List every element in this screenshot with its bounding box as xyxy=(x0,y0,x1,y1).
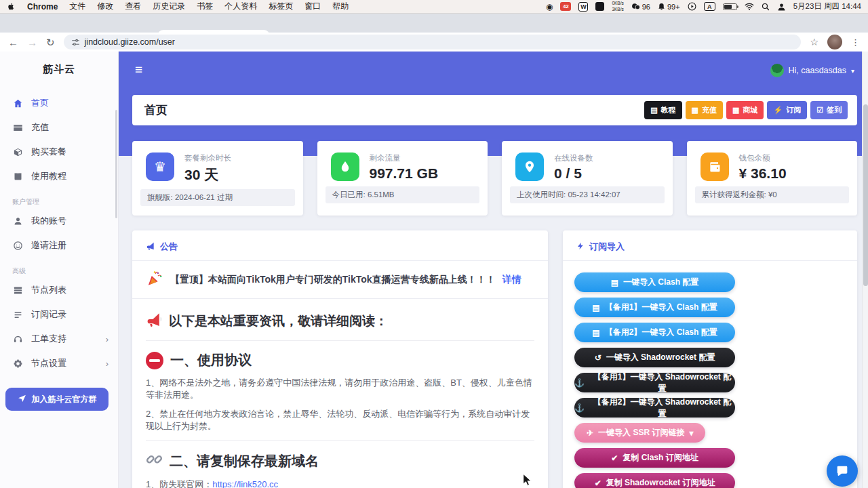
menubar-item-history[interactable]: 历史记录 xyxy=(153,1,185,12)
stat-label: 钱包余额 xyxy=(739,153,787,163)
shop-button[interactable]: ▦商城 xyxy=(726,101,764,119)
menubar-item-help[interactable]: 帮助 xyxy=(332,1,349,12)
spotlight-search-icon[interactable] xyxy=(762,3,770,11)
sidebar-item-label: 节点设置 xyxy=(31,357,66,369)
page-toolbar: 首页 ▤教程 ▦充值 ▦商城 ⚡订阅 ☑签到 xyxy=(132,95,857,125)
wallet-icon xyxy=(701,152,729,181)
chrome-menu-icon[interactable]: ⋮ xyxy=(851,37,860,47)
menubar-item-view[interactable]: 查看 xyxy=(125,1,141,12)
play-circle-icon[interactable] xyxy=(688,2,696,11)
toolbar-buttons: ▤教程 ▦充值 ▦商城 ⚡订阅 ☑签到 xyxy=(644,101,848,119)
usage-agreement-heading: 一、使用协议 xyxy=(146,351,534,369)
page-scrollbar[interactable] xyxy=(862,52,868,488)
heading-text: 一、使用协议 xyxy=(170,351,252,369)
sidebar-item-buy-plan[interactable]: 购买套餐 xyxy=(0,140,118,164)
forward-button[interactable]: → xyxy=(27,37,37,47)
button-label: 充值 xyxy=(702,105,717,115)
import-shadowrocket-backup1-button[interactable]: ⚓【备用1】一键导入 Shadowrocket 配置 xyxy=(574,373,735,392)
backup-domain-link[interactable]: https://link520.cc xyxy=(212,479,278,488)
back-button[interactable]: ← xyxy=(8,37,18,47)
browser-profile-avatar[interactable] xyxy=(827,35,842,49)
menubar-app-name[interactable]: Chrome xyxy=(27,2,58,12)
tutorial-button[interactable]: ▤教程 xyxy=(644,101,682,119)
sidebar-item-node-list[interactable]: 节点列表 xyxy=(0,278,118,302)
net-up-label: 0KB/s xyxy=(612,1,623,6)
live-chat-fab[interactable] xyxy=(827,455,858,487)
menubar-item-window[interactable]: 窗口 xyxy=(304,1,321,12)
caret-down-icon: ▾ xyxy=(851,67,854,75)
subscribe-buttons: ▤一键导入 Clash 配置 ▤【备用1】一键导入 Clash 配置 ▤【备用2… xyxy=(563,261,857,488)
bookmark-star-icon[interactable]: ☆ xyxy=(810,37,818,47)
button-label: 复制 Clash 订阅地址 xyxy=(623,452,698,464)
hamburger-menu-icon[interactable]: ≡ xyxy=(135,62,142,77)
anchor-icon: ⚓ xyxy=(574,403,585,413)
sidebar-item-recharge[interactable]: 充值 xyxy=(0,115,118,140)
headset-icon xyxy=(12,333,23,344)
stat-card-wallet: 钱包余额 ¥ 36.10 累计获得返利金额: ¥0 xyxy=(687,141,858,216)
user-menu[interactable]: Hi, caasdasdas ▾ xyxy=(770,64,855,77)
pinned-announcement: 【置顶】本站面向TikTok用户专门研发的TikTok直播运营专线新品上线！！！… xyxy=(132,261,548,299)
sidebar-item-label: 工单支持 xyxy=(31,333,66,345)
stat-value: ¥ 36.10 xyxy=(739,165,787,182)
page-scrollbar-thumb[interactable] xyxy=(863,104,868,286)
chat-count-indicator[interactable]: 96 xyxy=(631,3,650,11)
sidebar-item-node-settings[interactable]: 节点设置 › xyxy=(0,351,118,375)
import-clash-button[interactable]: ▤一键导入 Clash 配置 xyxy=(574,272,735,292)
wifi-icon[interactable] xyxy=(745,3,754,10)
copy-shadowrocket-url-button[interactable]: ✔复制 Shadowrocket 订阅地址 xyxy=(574,473,735,488)
menubar-item-profiles[interactable]: 个人资料 xyxy=(224,1,257,12)
subscribe-button[interactable]: ⚡订阅 xyxy=(767,101,807,119)
sidebar-item-invite[interactable]: 邀请注册 xyxy=(0,233,118,258)
gear-icon xyxy=(12,358,23,369)
menubar-item-tabs[interactable]: 标签页 xyxy=(269,1,293,12)
user-avatar xyxy=(770,64,784,77)
stat-label: 在线设备数 xyxy=(554,153,593,163)
menubar-item-bookmarks[interactable]: 书签 xyxy=(197,1,213,12)
import-shadowrocket-backup2-button[interactable]: ⚓【备用2】一键导入 Shadowrocket 配置 xyxy=(574,398,735,418)
shop-icon: ▦ xyxy=(732,106,739,115)
menubar-clock[interactable]: 5月23日 周四 14:44 xyxy=(793,1,861,12)
apple-icon[interactable] xyxy=(7,2,16,11)
app-badge-count[interactable]: 42 xyxy=(560,2,571,11)
notification-count-indicator[interactable]: 99+ xyxy=(658,3,680,11)
button-label: 签到 xyxy=(827,105,842,115)
app-icon-dark[interactable] xyxy=(595,2,604,11)
stat-footer: 旗舰版: 2024-06-21 过期 xyxy=(140,189,295,206)
url-text: jindcloud.giize.com/user xyxy=(85,37,175,47)
sidebar-item-my-account[interactable]: 我的账号 xyxy=(0,209,118,233)
sidebar-item-home[interactable]: 首页 xyxy=(0,91,118,115)
chat-count-label: 96 xyxy=(642,3,650,11)
import-shadowrocket-button[interactable]: ↺一键导入 Shadowrocket 配置 xyxy=(574,348,735,367)
brand-logo: 筋斗云 xyxy=(0,52,118,76)
site-settings-icon[interactable] xyxy=(71,38,80,47)
user-icon xyxy=(12,216,23,226)
drop-icon xyxy=(331,152,359,181)
join-official-group-button[interactable]: 加入筋斗云官方群 xyxy=(5,388,108,411)
details-link[interactable]: 详情 xyxy=(502,274,521,286)
screen-record-icon[interactable]: ◉ xyxy=(546,2,553,12)
agreement-line: 2、禁止在任何地方发表政治言论，禁止辱华、法轮功、反动派、电信诈骗等行为，系统自… xyxy=(146,408,534,432)
copy-clash-url-button[interactable]: ✔复制 Clash 订阅地址 xyxy=(574,448,735,468)
checkin-button[interactable]: ☑签到 xyxy=(810,101,848,119)
main-area: ≡ Hi, caasdasdas ▾ 首页 ▤教程 ▦充值 ▦商城 ⚡订阅 ☑签… xyxy=(119,52,868,488)
book-icon xyxy=(12,171,23,182)
fast-user-switch-icon[interactable] xyxy=(777,3,786,11)
package-icon xyxy=(12,146,23,157)
import-clash-backup1-button[interactable]: ▤【备用1】一键导入 Clash 配置 xyxy=(574,298,735,317)
reload-button[interactable]: ↻ xyxy=(46,37,55,47)
network-speed-indicator[interactable]: 0KB/s3KB/s xyxy=(612,1,623,12)
sidebar-item-ticket-support[interactable]: 工单支持 › xyxy=(0,327,118,351)
address-bar[interactable]: jindcloud.giize.com/user xyxy=(64,35,802,49)
sidebar-item-subscribe-records[interactable]: 订阅记录 xyxy=(0,302,118,327)
import-ssr-dropdown-button[interactable]: ✈一键导入 SSR 订阅链接▾ xyxy=(574,423,705,443)
input-source-indicator[interactable]: A xyxy=(704,2,715,11)
sidebar-scrollbar-thumb[interactable] xyxy=(115,110,117,218)
w-app-icon[interactable]: W xyxy=(578,2,588,12)
recharge-button[interactable]: ▦充值 xyxy=(686,101,723,119)
menubar-item-edit[interactable]: 修改 xyxy=(97,1,113,12)
battery-icon[interactable] xyxy=(723,3,737,10)
sidebar-item-tutorial[interactable]: 使用教程 xyxy=(0,164,118,188)
check-icon: ✔ xyxy=(595,479,601,488)
import-clash-backup2-button[interactable]: ▤【备用2】一键导入 Clash 配置 xyxy=(574,323,735,342)
menubar-item-file[interactable]: 文件 xyxy=(69,1,85,12)
